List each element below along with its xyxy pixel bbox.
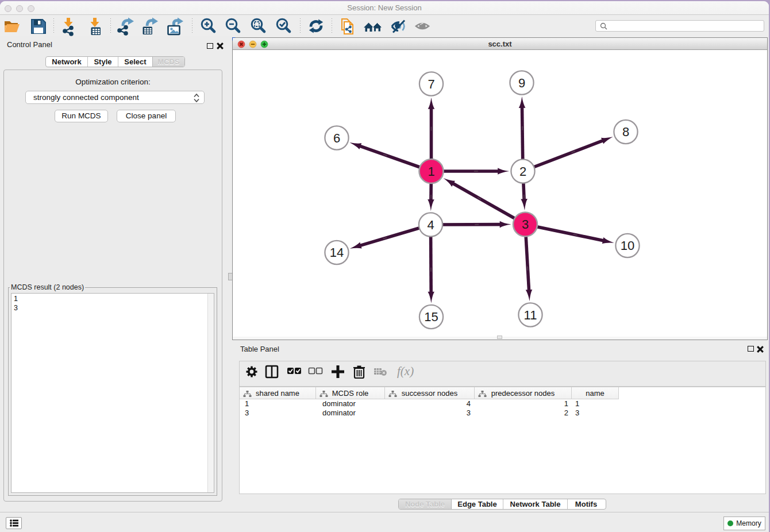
svg-text:10: 10 [621, 238, 634, 253]
svg-text:8: 8 [622, 125, 629, 139]
svg-text:9: 9 [518, 76, 525, 90]
svg-text:15: 15 [424, 310, 438, 324]
svg-text:3: 3 [522, 217, 529, 232]
svg-text:4: 4 [427, 218, 434, 232]
svg-text:2: 2 [519, 164, 526, 179]
svg-text:14: 14 [330, 245, 344, 260]
svg-text:1: 1 [428, 164, 434, 179]
svg-text:6: 6 [333, 131, 340, 145]
svg-text:7: 7 [428, 77, 434, 91]
svg-text:f(x): f(x) [397, 364, 414, 378]
svg-text:11: 11 [524, 308, 537, 322]
